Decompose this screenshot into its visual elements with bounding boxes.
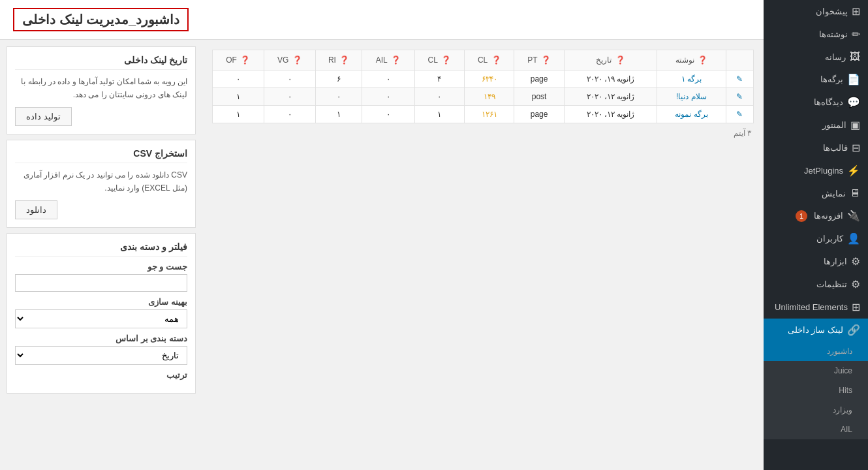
col-pt: ❓ PT bbox=[514, 50, 564, 70]
optimize-select[interactable]: همه bbox=[15, 309, 187, 328]
sidebar-item-pages[interactable]: 📄 برگه‌ها bbox=[764, 68, 868, 91]
cl-help-icon[interactable]: ❓ bbox=[441, 55, 451, 65]
ail-cell: ۰ bbox=[362, 70, 415, 88]
sidebar-sub-hits[interactable]: Hits bbox=[764, 381, 868, 400]
sidebar-item-users[interactable]: 👤 کاربران bbox=[764, 227, 868, 250]
pages-icon: 📄 bbox=[847, 73, 860, 86]
sub-label: AIL bbox=[841, 425, 852, 434]
col-post: ❓ نوشته bbox=[657, 50, 726, 70]
sort-group: ترتیب bbox=[15, 370, 187, 380]
panel-title-link-date: تاریخ لینک داخلی bbox=[15, 55, 187, 70]
of-cell: ۱ bbox=[213, 106, 264, 123]
sidebar-sub-ail[interactable]: AIL bbox=[764, 420, 868, 439]
category-select[interactable]: تاریخ bbox=[15, 346, 187, 365]
page-title: داشبورد_مدیریت لینک داخلی bbox=[22, 12, 179, 27]
sub-label: Juice bbox=[834, 366, 852, 375]
users-icon: 👤 bbox=[847, 232, 860, 245]
edit-cell[interactable]: ✎ bbox=[726, 106, 753, 123]
cl2-cell: ۱۴۹ bbox=[465, 88, 514, 106]
pt-help-icon[interactable]: ❓ bbox=[541, 55, 551, 65]
vg-cell: ۰ bbox=[264, 70, 316, 88]
download-button[interactable]: دانلود bbox=[15, 200, 57, 219]
ail-help-icon[interactable]: ❓ bbox=[391, 55, 401, 65]
ail-cell: ۰ bbox=[362, 88, 415, 106]
post-help-icon[interactable]: ❓ bbox=[698, 55, 707, 65]
cl2-cell: ۱۲۶۱ bbox=[465, 106, 514, 123]
sidebar-item-label: المنتور bbox=[822, 120, 846, 130]
sidebar-item-media[interactable]: 🖼 رسانه bbox=[764, 46, 868, 68]
sidebar-item-templates[interactable]: ⊟ قالب‌ها bbox=[764, 136, 868, 159]
sidebar-item-label: تنظیمات bbox=[816, 279, 847, 289]
search-input[interactable] bbox=[15, 274, 187, 292]
sidebar-item-label: نمایش bbox=[822, 189, 846, 198]
col-edit bbox=[726, 50, 753, 70]
sidebar: ⊞ پیشخوان ✏ نوشته‌ها 🖼 رسانه 📄 برگه‌ها 💬… bbox=[764, 0, 868, 470]
right-panel: تاریخ لینک داخلی این رویه به شما امکان ت… bbox=[0, 40, 202, 470]
ri-cell: ۰ bbox=[316, 88, 362, 106]
edit-cell[interactable]: ✎ bbox=[726, 70, 753, 88]
page-header: داشبورد_مدیریت لینک داخلی bbox=[0, 0, 764, 40]
comments-icon: 💬 bbox=[847, 96, 860, 108]
main-content: داشبورد_مدیریت لینک داخلی ❓ نوشته ❓ تار bbox=[0, 0, 764, 470]
sidebar-sub-juice[interactable]: Juice bbox=[764, 361, 868, 381]
of-help-icon[interactable]: ❓ bbox=[240, 55, 250, 65]
date-cell: ژانویه ۱۲، ۲۰۲۰ bbox=[564, 106, 657, 123]
filter-panel: فیلتر و دسته بندی جست و جو بهینه سازی هم… bbox=[7, 233, 196, 394]
cl-cell: ۱ bbox=[414, 106, 464, 123]
sub-label: Hits bbox=[839, 386, 852, 395]
cl2-cell: ۶۳۴۰ bbox=[465, 70, 514, 88]
sidebar-item-internal-link[interactable]: 🔗 لینک ساز داخلی bbox=[764, 319, 868, 341]
cl2-help-icon[interactable]: ❓ bbox=[491, 55, 501, 65]
tools-icon: ⚙ bbox=[851, 255, 860, 268]
ri-cell: ۶ bbox=[316, 70, 362, 88]
edit-cell[interactable]: ✎ bbox=[726, 88, 753, 106]
sidebar-item-dashboard[interactable]: ⊞ پیشخوان bbox=[764, 0, 868, 23]
date-cell: ژانویه ۱۲، ۲۰۲۰ bbox=[564, 88, 657, 106]
col-date: ❓ تاریخ bbox=[564, 50, 657, 70]
vg-cell: ۰ bbox=[264, 106, 316, 123]
sidebar-item-display[interactable]: 🖥 نمایش bbox=[764, 182, 868, 204]
sidebar-item-posts[interactable]: ✏ نوشته‌ها bbox=[764, 23, 868, 46]
sidebar-submenu: داشبورد Juice Hits ویزارد AIL bbox=[764, 341, 868, 439]
pt-cell: page bbox=[514, 106, 564, 123]
cl-cell: ۴ bbox=[414, 70, 464, 88]
table-row: ✎سلام دنیا!ژانویه ۱۲، ۲۰۲۰post۱۴۹۰۰۰۰۱ bbox=[213, 88, 754, 106]
sidebar-item-tools[interactable]: ⚙ ابزارها bbox=[764, 250, 868, 273]
pt-cell: post bbox=[514, 88, 564, 106]
plugins-badge: 1 bbox=[796, 210, 807, 222]
post-cell[interactable]: برگه ۱ bbox=[657, 70, 726, 88]
sidebar-item-unlimited[interactable]: ⊞ Unlimited Elements bbox=[764, 296, 868, 319]
post-cell[interactable]: سلام دنیا! bbox=[657, 88, 726, 106]
table-section: ❓ نوشته ❓ تاریخ ❓ PT ❓ C bbox=[202, 40, 764, 470]
col-vg: ❓ VG bbox=[264, 50, 316, 70]
ail-cell: ۰ bbox=[362, 106, 415, 123]
post-cell[interactable]: برگه نمونه bbox=[657, 106, 726, 123]
ri-cell: ۱ bbox=[316, 106, 362, 123]
col-of: ❓ OF bbox=[213, 50, 264, 70]
sidebar-sub-dashboard[interactable]: داشبورد bbox=[764, 341, 868, 361]
ri-help-icon[interactable]: ❓ bbox=[339, 55, 349, 65]
media-icon: 🖼 bbox=[850, 51, 860, 63]
sidebar-item-comments[interactable]: 💬 دیدگاه‌ها bbox=[764, 91, 868, 114]
of-cell: ۱ bbox=[213, 88, 264, 106]
sidebar-item-monitor[interactable]: ▣ المنتور bbox=[764, 114, 868, 136]
sidebar-item-jetplugins[interactable]: ⚡ JetPlugins bbox=[764, 159, 868, 182]
table-row: ✎برگه ۱ژانویه ۱۹، ۲۰۲۰page۶۳۴۰۴۰۶۰۰ bbox=[213, 70, 754, 88]
vg-help-icon[interactable]: ❓ bbox=[292, 55, 302, 65]
col-cl: ❓ CL bbox=[414, 50, 464, 70]
unlimited-icon: ⊞ bbox=[852, 301, 860, 313]
category-group: دسته بندی بر اساس تاریخ bbox=[15, 334, 187, 365]
sub-label: داشبورد bbox=[827, 347, 852, 356]
generate-data-button[interactable]: تولید داده bbox=[15, 107, 72, 126]
date-help-icon[interactable]: ❓ bbox=[615, 55, 625, 65]
sidebar-sub-wizard[interactable]: ویزارد bbox=[764, 400, 868, 420]
pt-cell: page bbox=[514, 70, 564, 88]
sidebar-item-settings[interactable]: ⚙ تنظیمات bbox=[764, 273, 868, 296]
sidebar-item-plugins[interactable]: 🔌 افزونه‌ها 1 bbox=[764, 204, 868, 227]
templates-icon: ⊟ bbox=[852, 142, 860, 154]
search-group: جست و جو bbox=[15, 262, 187, 292]
category-label: دسته بندی بر اساس bbox=[15, 334, 187, 343]
sidebar-item-label: JetPlugins bbox=[804, 166, 843, 176]
page-title-box: داشبورد_مدیریت لینک داخلی bbox=[13, 8, 189, 31]
date-cell: ژانویه ۱۹، ۲۰۲۰ bbox=[564, 70, 657, 88]
